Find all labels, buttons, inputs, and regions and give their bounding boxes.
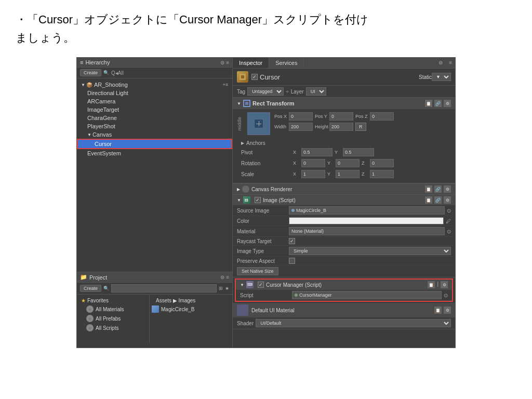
rot-y-label: Y [327,161,334,166]
height-input[interactable] [329,123,353,131]
all-materials-item[interactable]: ○ All Materials [77,304,149,314]
cr-gear-btn[interactable]: ⚙ [444,185,451,193]
hierarchy-item-4[interactable]: PlayerShot [77,122,232,130]
cr-link-btn[interactable]: 🔗 [434,185,442,193]
tag-separator: ÷ [286,89,289,95]
anchors-visual-section: middle Pos X [237,112,451,135]
project-create-btn[interactable]: Create [80,285,101,292]
svg-rect-1 [241,75,244,78]
rect-gear-btn[interactable]: ⚙ [444,100,451,107]
pivot-x-label: X [293,150,299,155]
rot-z-input[interactable] [370,159,394,167]
unity-window: ≡ Hierarchy ⊜ ≡ Create 🔍 Q◂All ▼ [76,57,456,348]
canvas-renderer-actions: 📋 🔗 ⚙ [425,185,451,193]
scale-x-input[interactable] [301,170,325,178]
menu-icon: ≡ [226,60,229,65]
material-field[interactable]: None (Material) [289,227,445,235]
img-gear-btn[interactable]: ⚙ [444,196,451,204]
rect-transform-header[interactable]: ▼ Rect Transform 📋 🔗 ⚙ [233,98,455,109]
default-material-header[interactable]: Default UI Material 📋 ⚙ [233,303,455,317]
pivot-y-input[interactable] [343,148,374,156]
project-header: 📁 Project ⊜ ≡ [77,272,232,283]
color-picker[interactable] [289,217,444,224]
hierarchy-item-1[interactable]: ARCamera [77,97,232,105]
script-field[interactable]: CursorManager [292,291,442,299]
mat-gear-btn[interactable]: ⚙ [444,307,451,314]
tab-inspector[interactable]: Inspector [233,58,269,68]
native-size-btn[interactable]: Set Native Size [237,267,278,275]
asset-dot [291,209,295,212]
static-dropdown[interactable]: ▼ [432,73,451,81]
pivot-x-input[interactable] [301,148,332,156]
posy-label: Pos Y [315,114,328,119]
image-checkbox[interactable] [255,197,261,203]
cm-book-btn[interactable]: 📋 [428,281,435,288]
prefabs-label: All Prefabs [96,316,121,322]
scale-z-input[interactable] [370,170,394,178]
layer-dropdown[interactable]: UI [306,87,326,96]
cursor-manager-header[interactable]: ▼ ⌨ Cursor Manager (Script) 📋 | ⚙ [236,280,452,290]
preserve-aspect-checkbox[interactable] [289,258,295,264]
color-target[interactable]: 🖊 [446,218,451,224]
raycast-checkbox[interactable] [289,238,295,244]
cr-book-btn[interactable]: 📋 [425,185,432,193]
project-search-input[interactable] [111,284,217,292]
source-image-field[interactable]: MagicCircle_B [289,206,445,215]
rot-x-input[interactable] [301,159,325,167]
anchors-arrow: ▶ [241,141,244,145]
image-asset-item[interactable]: MagicCircle_B [152,304,230,314]
posy-group: Pos Y [315,112,353,121]
rect-book-btn[interactable]: 📋 [425,100,432,107]
cm-checkbox[interactable] [258,282,264,288]
cursor-manager-section: ▼ ⌨ Cursor Manager (Script) 📋 | ⚙ Script [235,278,453,302]
hierarchy-create-btn[interactable]: Create [80,69,101,76]
rect-link-btn[interactable]: 🔗 [434,100,442,107]
image-script-actions: 📋 🔗 ⚙ [425,196,451,204]
hierarchy-canvas-item[interactable]: ▼ Canvas [77,130,232,139]
shader-select[interactable]: UI/Default [256,319,451,327]
canvas-renderer-arrow: ▶ [237,187,240,192]
material-icon [237,304,248,316]
posx-input[interactable] [289,112,313,121]
image-type-select[interactable]: Simple [289,247,451,255]
source-image-target[interactable]: ⊙ [447,208,451,214]
hierarchy-item-3[interactable]: CharaGene [77,114,232,122]
hierarchy-item-2[interactable]: ImageTarget [77,105,232,114]
hierarchy-cursor-item[interactable]: Cursor [77,139,232,149]
posx-label: Pos X [274,114,288,119]
all-scripts-item[interactable]: ○ All Scripts [77,323,149,332]
preserve-aspect-row: Preserve Aspect [233,257,455,265]
scale-y-input[interactable] [336,170,360,178]
posy-input[interactable] [329,112,353,121]
script-target[interactable]: ⊙ [444,292,448,298]
favorites-item[interactable]: ★ Favorites [77,297,149,304]
raycast-row: Raycast Target [233,237,455,246]
search-icon: 🔍 [103,70,109,75]
width-input[interactable] [289,123,313,131]
posz-input[interactable] [370,112,394,121]
title-line2: ましょう。 [16,31,75,44]
img-link-btn[interactable]: 🔗 [434,196,442,204]
inspector-panel: Inspector Services ⊜ ≡ Cursor Static ▼ [233,58,455,348]
material-value: None (Material) ⊙ [289,227,451,235]
anchors-toggle[interactable]: ▶ Anchors [237,139,451,147]
r-button[interactable]: R [355,123,366,131]
rot-y-input[interactable] [336,159,360,167]
material-target[interactable]: ⊙ [447,229,451,234]
img-book-btn[interactable]: 📋 [425,196,432,204]
image-type-label: Image Type [237,248,289,254]
tab-services[interactable]: Services [269,58,304,68]
all-prefabs-item[interactable]: ○ All Prefabs [77,314,149,323]
cm-gear-btn[interactable]: ⚙ [441,281,448,288]
hierarchy-item-0[interactable]: Directional Light [77,89,232,97]
image-script-header[interactable]: ▼ 🖼 Image (Script) 📋 🔗 ⚙ [233,195,455,205]
tag-dropdown[interactable]: Untagged [247,87,284,96]
hierarchy-eventsystem-item[interactable]: EventSystem [77,149,232,157]
favorites-star: ★ [81,298,86,303]
mat-book-btn[interactable]: 📋 [434,307,442,314]
hierarchy-root-item[interactable]: ▼ 📦 AR_Shooting +≡ [77,81,232,89]
rect-icon [243,100,250,107]
cm-arrow: ▼ [240,283,244,287]
default-material-title: Default UI Material [251,308,295,313]
obj-checkbox[interactable] [251,74,258,80]
